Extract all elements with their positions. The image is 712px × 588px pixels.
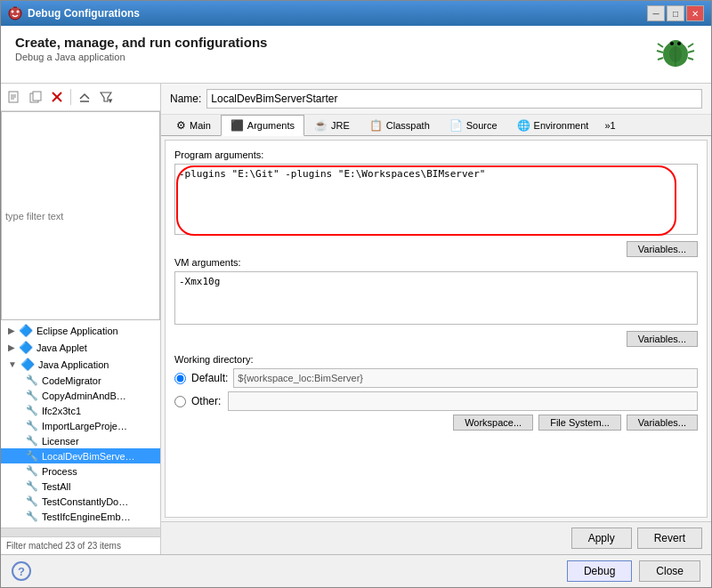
more-tabs-label: »1 xyxy=(604,120,615,131)
sidebar: ▼ ▶ 🔷 Eclipse Application ▶ 🔷 Java Apple… xyxy=(1,84,161,554)
tree-item-localdevbim[interactable]: 🔧 LocalDevBimServe… xyxy=(1,448,160,463)
tab-main[interactable]: ⚙ Main xyxy=(166,115,221,136)
tree-item-licenser[interactable]: 🔧 Licenser xyxy=(1,433,160,448)
java-item-icon: 🔧 xyxy=(26,465,38,477)
svg-point-8 xyxy=(677,42,681,45)
tab-classpath[interactable]: 📋 Classpath xyxy=(360,115,440,136)
program-args-label: Program arguments: xyxy=(174,149,698,160)
window-title: Debug Configurations xyxy=(28,7,140,20)
filesystem-button[interactable]: File System... xyxy=(538,415,621,431)
tab-classpath-label: Classpath xyxy=(386,120,430,131)
more-tabs-button[interactable]: »1 xyxy=(598,115,621,136)
apply-revert-bar: Apply Revert xyxy=(161,521,711,554)
tree-item-label: TestIfcEngineEmb… xyxy=(42,511,131,522)
other-radio-label: Other: xyxy=(191,395,221,407)
titlebar-left: Debug Configurations xyxy=(8,6,140,20)
horizontal-scrollbar[interactable] xyxy=(1,528,160,536)
default-radio-row: Default: xyxy=(174,368,698,388)
svg-line-10 xyxy=(657,51,663,52)
tree-item-copyadmin[interactable]: 🔧 CopyAdminAndB… xyxy=(1,388,160,403)
tree-item-testconstantly[interactable]: 🔧 TestConstantlyDo… xyxy=(1,494,160,509)
close-window-button[interactable]: ✕ xyxy=(686,5,704,21)
tree-item-label: Eclipse Application xyxy=(36,326,118,336)
java-item-icon: 🔧 xyxy=(26,375,38,386)
tree-item-process[interactable]: 🔧 Process xyxy=(1,463,160,479)
tab-environment-label: Environment xyxy=(534,120,589,131)
footer-bar: ? Debug Close xyxy=(1,554,711,587)
tree-item-testall[interactable]: 🔧 TestAll xyxy=(1,479,160,494)
tab-jre[interactable]: ☕ JRE xyxy=(304,115,360,136)
panel-content: Program arguments: Variables... VM argum… xyxy=(165,140,708,518)
tree-item-label: ImportLargeProje… xyxy=(42,421,127,431)
svg-rect-22 xyxy=(33,92,41,101)
duplicate-config-button[interactable] xyxy=(26,87,45,107)
svg-point-1 xyxy=(12,11,14,13)
tree-item-label: LocalDevBimServe… xyxy=(42,451,135,462)
filter-status: Filter matched 23 of 23 items xyxy=(6,541,121,551)
tree-item-importlarge[interactable]: 🔧 ImportLargeProje… xyxy=(1,418,160,433)
tabs: ⚙ Main ⬛ Arguments ☕ JRE 📋 Classpath 📄 xyxy=(161,115,711,136)
java-item-icon: 🔧 xyxy=(26,435,38,447)
new-config-button[interactable] xyxy=(4,87,24,107)
revert-button[interactable]: Revert xyxy=(637,528,702,549)
dir-buttons: Workspace... File System... Variables... xyxy=(174,415,698,431)
filter-button[interactable]: ▼ xyxy=(96,87,116,107)
config-name-input[interactable] xyxy=(206,89,702,109)
tab-arguments-label: Arguments xyxy=(247,120,295,131)
collapse-all-button[interactable] xyxy=(75,87,94,107)
delete-config-button[interactable] xyxy=(47,87,67,107)
svg-point-2 xyxy=(17,11,20,13)
svg-line-14 xyxy=(688,58,693,60)
environment-tab-icon: 🌐 xyxy=(517,119,530,132)
default-radio[interactable] xyxy=(174,373,186,384)
vm-args-variables-button[interactable]: Variables... xyxy=(627,331,698,347)
tab-source[interactable]: 📄 Source xyxy=(440,115,507,136)
help-icon-label: ? xyxy=(18,565,25,578)
tab-environment[interactable]: 🌐 Environment xyxy=(507,115,599,136)
filter-dropdown-icon: ▼ xyxy=(107,97,114,105)
classpath-tab-icon: 📋 xyxy=(369,119,383,132)
working-directory-section: Working directory: Default: Other: Works… xyxy=(174,354,698,431)
vm-args-variables-row: Variables... xyxy=(174,331,698,347)
tree-item-ifc2x3tc1[interactable]: 🔧 Ifc2x3tc1 xyxy=(1,403,160,418)
program-args-input[interactable] xyxy=(174,164,698,235)
svg-line-11 xyxy=(658,58,663,60)
arguments-tab-icon: ⬛ xyxy=(231,119,244,132)
header-subtitle: Debug a Java application xyxy=(15,52,697,62)
tree-item-eclipse-application[interactable]: ▶ 🔷 Eclipse Application xyxy=(1,322,160,339)
other-radio[interactable] xyxy=(174,396,186,407)
close-button[interactable]: Close xyxy=(639,560,700,582)
tab-arguments[interactable]: ⬛ Arguments xyxy=(221,115,304,136)
tree: ▶ 🔷 Eclipse Application ▶ 🔷 Java Applet … xyxy=(1,320,160,528)
svg-line-12 xyxy=(688,44,693,47)
footer-buttons: Debug Close xyxy=(567,560,700,582)
debug-configurations-window: Debug Configurations ─ □ ✕ Create, manag… xyxy=(0,0,712,588)
dir-variables-button[interactable]: Variables... xyxy=(627,415,698,431)
tree-item-codemigrator[interactable]: 🔧 CodeMigrator xyxy=(1,373,160,388)
minimize-button[interactable]: ─ xyxy=(647,5,665,21)
vm-args-input[interactable] xyxy=(174,271,698,325)
main-tab-icon: ⚙ xyxy=(176,119,186,132)
eclipse-app-icon: 🔷 xyxy=(19,324,33,337)
program-args-variables-button[interactable]: Variables... xyxy=(627,241,698,257)
new-icon xyxy=(8,91,20,103)
apply-button[interactable]: Apply xyxy=(571,528,632,549)
java-item-icon: 🔧 xyxy=(26,511,38,522)
debug-icon xyxy=(8,6,22,20)
header-title: Create, manage, and run configurations xyxy=(15,35,697,50)
maximize-button[interactable]: □ xyxy=(667,5,684,21)
other-dir-input[interactable] xyxy=(228,391,698,411)
tree-item-java-application[interactable]: ▼ 🔷 Java Application xyxy=(1,356,160,373)
other-radio-row: Other: xyxy=(174,391,698,411)
tree-item-testifcengine[interactable]: 🔧 TestIfcEngineEmb… xyxy=(1,509,160,524)
tree-item-java-applet[interactable]: ▶ 🔷 Java Applet xyxy=(1,339,160,356)
default-radio-label: Default: xyxy=(191,372,228,384)
debug-button[interactable]: Debug xyxy=(567,560,632,582)
duplicate-icon xyxy=(29,91,42,103)
filter-input[interactable] xyxy=(1,111,160,320)
help-button[interactable]: ? xyxy=(12,561,31,581)
collapse-icon xyxy=(78,91,91,103)
workspace-button[interactable]: Workspace... xyxy=(453,415,533,431)
default-dir-input[interactable] xyxy=(233,368,698,388)
working-dir-label: Working directory: xyxy=(174,354,698,365)
